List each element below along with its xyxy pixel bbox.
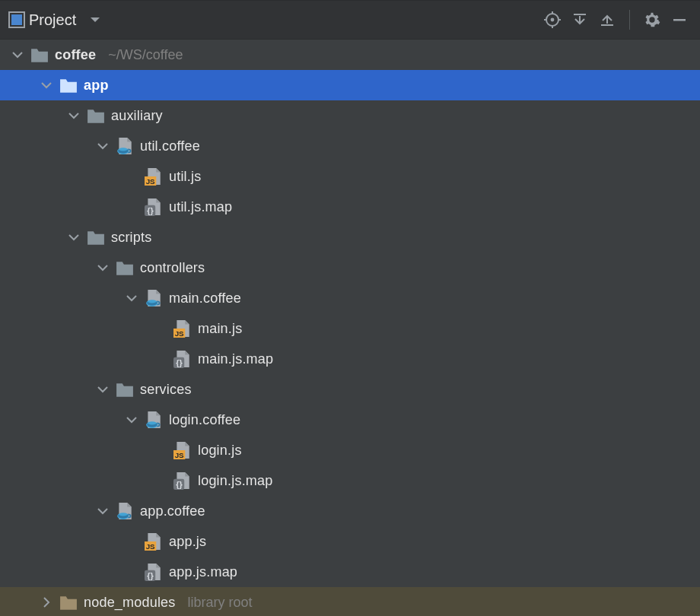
panel-title: Project [29, 11, 76, 29]
tree-item-label: util.coffee [140, 138, 200, 154]
folder-icon [59, 76, 78, 94]
coffee-file-icon [145, 411, 163, 429]
svg-point-3 [551, 18, 555, 22]
tree-row[interactable]: main.coffee [0, 283, 700, 313]
tree-item-label: app.coffee [140, 503, 205, 519]
project-panel: Project [0, 0, 700, 616]
svg-text:{}: {} [176, 480, 183, 489]
js-file-icon: JS [173, 319, 192, 338]
tree-item-label: main.js [198, 321, 242, 337]
collapse-all-button[interactable] [594, 7, 620, 33]
gear-icon [644, 11, 660, 28]
expand-all-button[interactable] [567, 7, 593, 33]
tree-item-label: login.js.map [198, 473, 272, 489]
tree-item-label: main.js.map [198, 351, 273, 367]
js-file-icon: JS [145, 167, 163, 186]
tree-item-label: app.js [169, 534, 206, 550]
tree-row[interactable]: auxiliary [0, 100, 700, 131]
svg-rect-1 [11, 14, 22, 25]
chevron-down-icon[interactable] [125, 291, 138, 305]
chevron-down-icon[interactable] [96, 504, 110, 518]
tree-row[interactable]: JSmain.js [0, 313, 700, 344]
svg-rect-4 [673, 19, 686, 21]
minimize-icon [671, 11, 688, 28]
tree-item-suffix: ~/WS/coffee [108, 47, 183, 63]
separator [629, 10, 630, 30]
tree-item-label: scripts [111, 230, 151, 246]
chevron-down-icon[interactable] [11, 48, 24, 62]
svg-text:{}: {} [147, 206, 154, 215]
tree-row[interactable]: JSutil.js [0, 161, 700, 192]
target-icon [544, 11, 561, 28]
tree-row[interactable]: node_moduleslibrary root [0, 587, 700, 616]
tree-row[interactable]: coffee~/WS/coffee [0, 40, 700, 70]
hide-button[interactable] [667, 7, 692, 33]
tree-row[interactable]: app [0, 70, 700, 100]
coffee-file-icon [145, 289, 163, 307]
tree-row[interactable]: JSlogin.js [0, 435, 700, 465]
tree-item-label: auxiliary [111, 108, 163, 124]
project-icon [8, 11, 26, 29]
folder-icon [59, 593, 78, 611]
chevron-down-icon[interactable] [125, 413, 138, 427]
svg-text:{}: {} [147, 571, 154, 580]
tree-row[interactable]: scripts [0, 222, 700, 252]
svg-text:{}: {} [176, 358, 183, 367]
chevron-down-icon[interactable] [67, 230, 81, 244]
tree-row[interactable]: app.coffee [0, 496, 700, 526]
tree-item-label: app.js.map [169, 564, 237, 580]
tree-item-label: services [140, 382, 192, 398]
folder-icon [87, 106, 105, 125]
collapse-all-icon [599, 11, 616, 28]
tree-item-suffix: library root [188, 595, 253, 611]
tree-row[interactable]: services [0, 374, 700, 405]
tree-row[interactable]: {}login.js.map [0, 465, 700, 496]
panel-toolbar: Project [0, 0, 700, 40]
tree-row[interactable]: JSapp.js [0, 526, 700, 557]
settings-button[interactable] [639, 7, 665, 33]
chevron-down-icon[interactable] [96, 383, 110, 396]
tree-row[interactable]: controllers [0, 252, 700, 283]
chevron-down-icon[interactable] [40, 78, 53, 92]
tree-row[interactable]: {}util.js.map [0, 192, 700, 222]
folder-icon [30, 46, 49, 64]
folder-icon [116, 259, 134, 277]
coffee-file-icon [116, 137, 134, 155]
project-tree[interactable]: coffee~/WS/coffeeappauxiliaryutil.coffee… [0, 40, 700, 616]
tree-row[interactable]: {}main.js.map [0, 344, 700, 374]
map-file-icon: {} [173, 350, 192, 368]
js-file-icon: JS [145, 532, 163, 551]
map-file-icon: {} [173, 472, 192, 490]
svg-text:JS: JS [146, 177, 155, 186]
tree-row[interactable]: util.coffee [0, 131, 700, 161]
tree-item-label: login.js [198, 443, 242, 459]
folder-icon [87, 228, 105, 246]
tree-item-label: controllers [140, 260, 205, 276]
svg-text:JS: JS [175, 329, 184, 338]
chevron-right-icon[interactable] [40, 595, 53, 609]
tree-item-label: main.coffee [169, 291, 241, 306]
tree-item-label: app [84, 78, 109, 94]
chevron-down-icon[interactable] [96, 139, 110, 153]
locate-button[interactable] [539, 7, 565, 33]
tree-item-label: coffee [55, 47, 96, 63]
svg-text:JS: JS [175, 451, 184, 459]
panel-title-dropdown[interactable]: Project [8, 11, 100, 29]
coffee-file-icon [116, 502, 134, 520]
map-file-icon: {} [145, 563, 163, 581]
tree-item-label: util.js [169, 169, 201, 185]
expand-all-icon [571, 11, 588, 28]
tree-item-label: util.js.map [169, 199, 232, 215]
js-file-icon: JS [173, 441, 192, 459]
tree-item-label: login.coffee [169, 412, 240, 428]
tree-row[interactable]: login.coffee [0, 405, 700, 435]
svg-text:JS: JS [146, 542, 155, 551]
chevron-down-icon [90, 14, 100, 25]
tree-row[interactable]: {}app.js.map [0, 557, 700, 587]
map-file-icon: {} [145, 198, 163, 216]
tree-item-label: node_modules [84, 595, 176, 611]
chevron-down-icon[interactable] [96, 261, 110, 275]
chevron-down-icon[interactable] [67, 109, 81, 122]
folder-icon [116, 380, 134, 398]
